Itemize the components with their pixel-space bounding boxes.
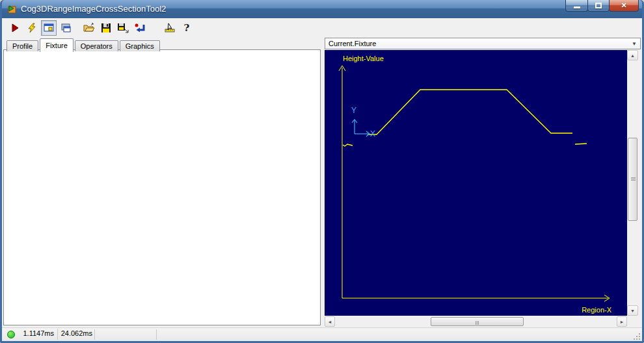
reset-button[interactable] (132, 20, 148, 36)
scroll-down-button[interactable]: ▼ (627, 305, 638, 316)
measure-button[interactable] (162, 20, 178, 36)
save-as-icon (117, 23, 129, 33)
profile-plot[interactable]: Height-Value Region-X Y X (325, 50, 627, 316)
result-window-icon (44, 23, 54, 32)
run-icon (10, 23, 20, 33)
reset-icon (134, 23, 146, 33)
float-window-button[interactable] (58, 20, 74, 36)
tab-fixture[interactable]: Fixture (40, 38, 74, 52)
help-button[interactable]: ? (179, 20, 195, 36)
save-icon (101, 23, 111, 33)
fixture-marker-y-label: Y (351, 106, 356, 115)
fixture-marker-x-label: X (370, 129, 375, 138)
close-button[interactable]: ✕ (609, 0, 639, 12)
status-time-1: 1.1147ms (21, 329, 54, 337)
display-selector[interactable]: Current.Fixture ▼ (325, 38, 641, 49)
tab-operators[interactable]: Operators (75, 40, 118, 51)
fixture-tab-page (3, 49, 321, 325)
run-button[interactable] (7, 20, 23, 36)
open-folder-icon (83, 23, 95, 32)
save-button[interactable] (98, 20, 114, 36)
tab-graphics[interactable]: Graphics (120, 40, 160, 51)
x-axis-label: Region-X (582, 306, 612, 314)
show-result-window-toggle[interactable] (41, 20, 57, 36)
titlebar[interactable]: Cog3DRangeImageCrossSectionTool2 ✕ (0, 0, 644, 18)
float-window-icon (60, 23, 71, 32)
app-icon (7, 4, 17, 14)
caption-buttons: ✕ (566, 0, 639, 12)
scrollbar-corner (627, 316, 638, 327)
maximize-button[interactable] (587, 0, 610, 12)
scroll-left-button[interactable]: ◄ (325, 316, 335, 327)
lightning-icon (27, 23, 37, 33)
scroll-up-button[interactable]: ▲ (627, 50, 638, 60)
help-icon: ? (184, 22, 190, 34)
toolbar: ? (2, 18, 642, 37)
trigger-button[interactable] (24, 20, 40, 36)
pointer-ruler-icon (164, 23, 176, 33)
resize-grip[interactable] (632, 332, 640, 340)
vertical-scroll-thumb[interactable] (628, 138, 637, 221)
tool-window: Cog3DRangeImageCrossSectionTool2 ✕ (0, 0, 644, 343)
chevron-down-icon: ▼ (632, 41, 637, 47)
horizontal-scrollbar[interactable]: ◄ ► (325, 316, 627, 327)
y-axis-label: Height-Value (343, 55, 384, 62)
status-ok-icon (7, 331, 15, 338)
open-button[interactable] (81, 20, 97, 36)
tab-profile[interactable]: Profile (7, 40, 38, 51)
scroll-right-button[interactable]: ► (617, 316, 627, 327)
horizontal-scroll-thumb[interactable] (431, 317, 524, 326)
close-icon: ✕ (621, 1, 626, 10)
status-time-2: 24.062ms (60, 329, 92, 337)
display-selector-value: Current.Fixture (329, 40, 376, 47)
window-title: Cog3DRangeImageCrossSectionTool2 (21, 4, 166, 14)
maximize-icon (595, 3, 602, 8)
vertical-scrollbar[interactable]: ▲ ▼ (627, 50, 638, 316)
minimize-icon (574, 6, 580, 8)
minimize-button[interactable] (565, 0, 588, 12)
status-bar: 1.1147ms 24.062ms (2, 327, 642, 341)
save-as-button[interactable] (115, 20, 131, 36)
tab-strip: Profile Fixture Operators Graphics (7, 38, 161, 51)
